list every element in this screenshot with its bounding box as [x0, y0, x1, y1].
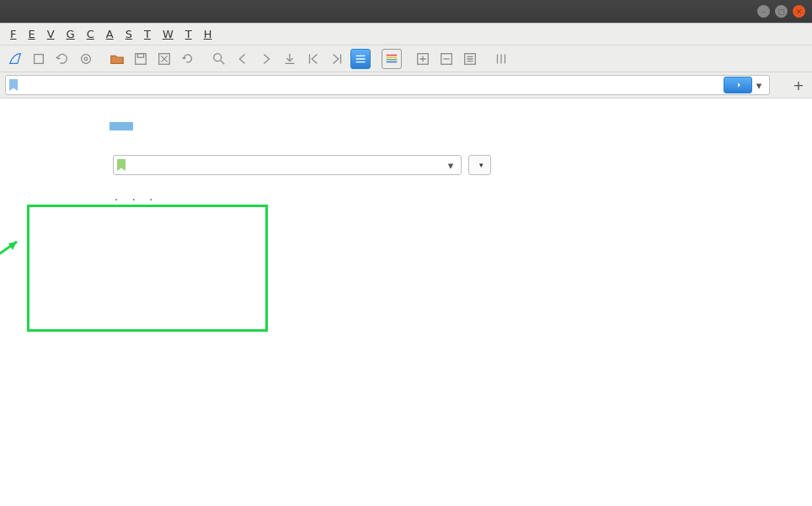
svg-point-2 — [84, 57, 88, 61]
menu-help[interactable]: H — [199, 25, 217, 43]
close-button[interactable]: ✕ — [793, 5, 805, 18]
svg-rect-0 — [35, 54, 44, 63]
resize-columns-icon[interactable] — [491, 49, 511, 69]
add-filter-button[interactable]: + — [790, 77, 807, 93]
menu-view[interactable]: V — [42, 25, 60, 43]
learn-section: · · · — [110, 194, 812, 206]
menu-telephony[interactable]: T — [139, 25, 156, 43]
menu-statistics[interactable]: S — [120, 25, 137, 43]
restart-icon[interactable] — [52, 49, 72, 69]
zoom-out-icon[interactable] — [436, 49, 457, 69]
goto-first-icon[interactable] — [303, 49, 323, 69]
menu-capture[interactable]: C — [82, 25, 99, 43]
main-panel: ▾ ▾ · · · — [0, 99, 812, 506]
open-folder-icon[interactable] — [107, 49, 127, 69]
svg-rect-4 — [137, 53, 143, 56]
colorize-icon[interactable] — [382, 49, 402, 69]
learn-links: · · · — [110, 194, 812, 206]
close-file-icon[interactable] — [154, 49, 174, 69]
bookmark-green-icon[interactable] — [117, 159, 126, 171]
menu-wireless[interactable]: W — [158, 25, 179, 43]
maximize-button[interactable]: ▢ — [775, 5, 788, 18]
svg-point-1 — [82, 54, 91, 63]
welcome-banner — [110, 122, 133, 130]
capture-filter-input[interactable] — [129, 159, 444, 172]
zoom-reset-icon[interactable] — [460, 49, 480, 69]
title-bar: – ▢ ✕ — [0, 0, 812, 23]
options-icon[interactable] — [76, 49, 96, 69]
save-icon[interactable] — [131, 49, 151, 69]
menu-file[interactable]: F — [5, 25, 21, 43]
minimize-button[interactable]: – — [757, 5, 770, 18]
interfaces-shown-dropdown[interactable]: ▾ — [468, 155, 491, 175]
menu-analyze[interactable]: A — [101, 25, 119, 43]
capture-filter-wrap[interactable]: ▾ — [113, 155, 462, 175]
display-filter-input[interactable] — [21, 79, 724, 92]
stop-icon[interactable] — [29, 49, 49, 69]
jump-icon[interactable] — [280, 49, 300, 69]
capture-filter-row: ▾ ▾ — [110, 155, 812, 175]
menu-tools[interactable]: T — [180, 25, 197, 43]
display-filter-bar: ▾ + — [0, 72, 812, 99]
bookmark-icon[interactable] — [9, 79, 18, 91]
toolbar — [0, 45, 812, 72]
window-controls: – ▢ ✕ — [757, 5, 805, 18]
prev-icon[interactable] — [232, 49, 253, 69]
annotation-box — [27, 205, 268, 332]
expression-button[interactable] — [775, 83, 785, 88]
apply-filter-button[interactable] — [724, 77, 752, 93]
menu-edit[interactable]: E — [23, 25, 40, 43]
chevron-down-icon: ▾ — [479, 161, 483, 169]
auto-scroll-icon[interactable] — [350, 49, 371, 69]
svg-point-6 — [214, 53, 222, 61]
zoom-in-icon[interactable] — [413, 49, 433, 69]
svg-rect-3 — [136, 53, 147, 64]
filter-dropdown-icon[interactable]: ▾ — [752, 79, 766, 92]
goto-last-icon[interactable] — [327, 49, 347, 69]
shark-fin-icon[interactable] — [5, 49, 25, 69]
menu-bar: F E V G C A S T W T H — [0, 23, 812, 45]
reload-icon[interactable] — [178, 49, 198, 69]
display-filter-wrap[interactable]: ▾ — [5, 75, 770, 95]
menu-go[interactable]: G — [61, 25, 80, 43]
find-icon[interactable] — [209, 49, 229, 69]
annotation-arrow — [0, 233, 29, 275]
next-icon[interactable] — [256, 49, 276, 69]
capture-filter-dropdown-icon[interactable]: ▾ — [444, 159, 457, 172]
